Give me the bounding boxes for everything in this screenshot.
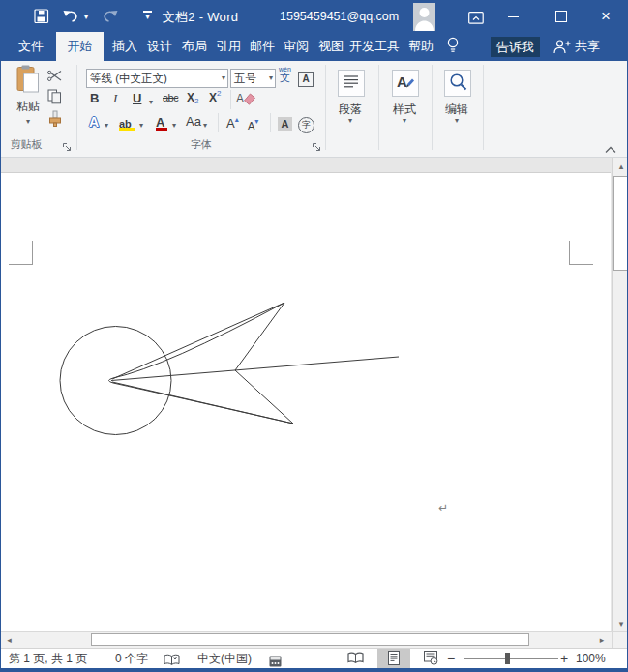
- enclose-characters-button[interactable]: 字: [298, 114, 314, 133]
- close-button[interactable]: ×: [589, 1, 622, 32]
- scroll-up-button[interactable]: ▴: [613, 158, 628, 175]
- subscript-small: 2: [194, 98, 198, 105]
- styles-group-button[interactable]: A: [392, 70, 419, 97]
- account-avatar[interactable]: [413, 3, 435, 31]
- scroll-left-button[interactable]: ◂: [1, 632, 17, 648]
- customize-quick-access-button[interactable]: ▾: [143, 11, 152, 21]
- shrink-font-button[interactable]: A▾: [248, 116, 258, 133]
- read-mode-book-icon: [347, 652, 364, 667]
- change-case-caret[interactable]: ▾: [203, 122, 207, 130]
- horizontal-scrollbar-thumb[interactable]: [91, 633, 529, 646]
- scroll-down-button[interactable]: ▾: [613, 615, 628, 631]
- zoom-out-button[interactable]: −: [447, 649, 455, 669]
- grow-font-button[interactable]: A▴: [226, 114, 239, 131]
- character-border-button[interactable]: A: [298, 69, 314, 87]
- word-count-status[interactable]: 0 个字: [115, 649, 148, 669]
- vertical-scrollbar-thumb[interactable]: [613, 176, 628, 271]
- editing-group-button[interactable]: [444, 70, 471, 97]
- ribbon-tab-bar: 文件 开始 插入 设计 布局 引用 邮件 审阅 视图 开发工具 帮助 告诉我 共…: [1, 32, 627, 61]
- caret-down-icon: ▾: [254, 117, 258, 126]
- web-layout-button[interactable]: [417, 649, 444, 669]
- chevron-down-icon: ▾: [143, 14, 152, 21]
- zoom-level[interactable]: 100%: [576, 649, 606, 669]
- maximize-button[interactable]: [545, 1, 578, 32]
- underline-dropdown-caret[interactable]: ▾: [149, 99, 153, 106]
- subscript-button[interactable]: X2: [187, 92, 198, 103]
- tell-me-box[interactable]: 告诉我: [491, 37, 540, 57]
- editing-group-caret[interactable]: ▾: [433, 117, 481, 125]
- arrow-up-icon: ▴: [619, 161, 624, 171]
- clipboard-dialog-launcher[interactable]: [63, 138, 72, 156]
- zoom-slider-track[interactable]: [464, 658, 558, 659]
- horizontal-scrollbar[interactable]: ◂ ▸: [1, 631, 627, 648]
- font-color-button[interactable]: A: [156, 113, 164, 131]
- tab-layout[interactable]: 布局: [176, 32, 213, 61]
- clear-formatting-button[interactable]: A: [236, 89, 256, 110]
- redo-icon: [102, 9, 118, 28]
- tab-insert[interactable]: 插入: [106, 32, 143, 61]
- highlight-caret[interactable]: ▾: [139, 122, 143, 130]
- minimize-button[interactable]: [496, 1, 529, 32]
- text-effects-caret[interactable]: ▾: [105, 122, 108, 130]
- account-email[interactable]: 1595459451@qq.com: [280, 10, 399, 23]
- font-color-caret[interactable]: ▾: [172, 122, 176, 130]
- tab-help[interactable]: 帮助: [403, 32, 439, 61]
- freeform-hairpin-curve[interactable]: [109, 303, 294, 424]
- undo-button[interactable]: [63, 9, 79, 28]
- underline-button[interactable]: U: [133, 92, 141, 104]
- zoom-in-button[interactable]: +: [560, 649, 568, 669]
- tab-review[interactable]: 审阅: [278, 32, 314, 61]
- ribbon-display-options-button[interactable]: [468, 11, 484, 28]
- pinyin-bottom-label: 文: [280, 73, 290, 83]
- paste-button[interactable]: 粘贴 ▾: [11, 65, 45, 126]
- font-name-combobox[interactable]: 等线 (中文正文) ▾: [86, 69, 228, 88]
- scroll-right-button[interactable]: ▸: [593, 632, 611, 648]
- bold-button[interactable]: B: [90, 92, 99, 104]
- tell-me-lightbulb-button[interactable]: [442, 32, 464, 61]
- tab-file[interactable]: 文件: [9, 32, 53, 61]
- share-button[interactable]: 共享: [548, 32, 606, 61]
- copy-button[interactable]: [47, 89, 62, 108]
- tab-design[interactable]: 设计: [141, 32, 178, 61]
- share-person-icon: [553, 39, 571, 54]
- strikethrough-button[interactable]: abc: [163, 93, 178, 103]
- tab-developer[interactable]: 开发工具: [346, 32, 403, 61]
- freeform-bottom-spoke[interactable]: [112, 382, 293, 424]
- freeform-top-spoke[interactable]: [112, 303, 284, 379]
- page-number-status[interactable]: 第 1 页, 共 1 页: [9, 649, 87, 669]
- arrow-down-icon: ▾: [619, 619, 624, 628]
- change-case-button[interactable]: Aa: [186, 115, 201, 128]
- maximize-icon: [555, 11, 567, 22]
- character-shading-button[interactable]: A: [278, 114, 292, 131]
- proofing-status-button[interactable]: [164, 653, 180, 666]
- scissors-icon: [47, 69, 62, 85]
- collapse-ribbon-button[interactable]: [605, 140, 616, 158]
- vertical-scrollbar[interactable]: ▴ ▾: [612, 158, 628, 631]
- macro-recording-button[interactable]: [269, 654, 282, 665]
- tab-home-active[interactable]: 开始: [56, 32, 104, 61]
- font-color-icon: A: [156, 115, 164, 130]
- undo-dropdown-caret[interactable]: ▾: [84, 14, 88, 21]
- text-effects-button[interactable]: A: [89, 115, 99, 129]
- tab-mailings[interactable]: 邮件: [244, 32, 281, 61]
- italic-button[interactable]: I: [113, 92, 117, 104]
- format-painter-button[interactable]: [47, 110, 63, 131]
- redo-button[interactable]: [102, 9, 118, 28]
- font-dialog-launcher[interactable]: [313, 138, 321, 156]
- print-layout-button[interactable]: [377, 649, 410, 669]
- font-size-combobox[interactable]: 五号 ▾: [230, 69, 276, 88]
- save-button[interactable]: [34, 9, 49, 28]
- web-layout-icon: [424, 651, 438, 668]
- zoom-slider-thumb[interactable]: [505, 653, 510, 664]
- phonetic-guide-button[interactable]: wén 文: [279, 66, 291, 83]
- tab-view[interactable]: 视图: [313, 32, 349, 61]
- styles-group-caret[interactable]: ▾: [380, 117, 429, 125]
- paragraph-group-button[interactable]: [338, 70, 365, 97]
- superscript-button[interactable]: X2: [209, 92, 221, 103]
- tab-references[interactable]: 引用: [210, 32, 247, 61]
- language-status[interactable]: 中文(中国): [197, 649, 252, 669]
- cut-button[interactable]: [47, 69, 62, 86]
- paragraph-group-caret[interactable]: ▾: [326, 117, 374, 125]
- text-highlight-button[interactable]: ab: [119, 114, 132, 131]
- read-mode-button[interactable]: [342, 649, 369, 669]
